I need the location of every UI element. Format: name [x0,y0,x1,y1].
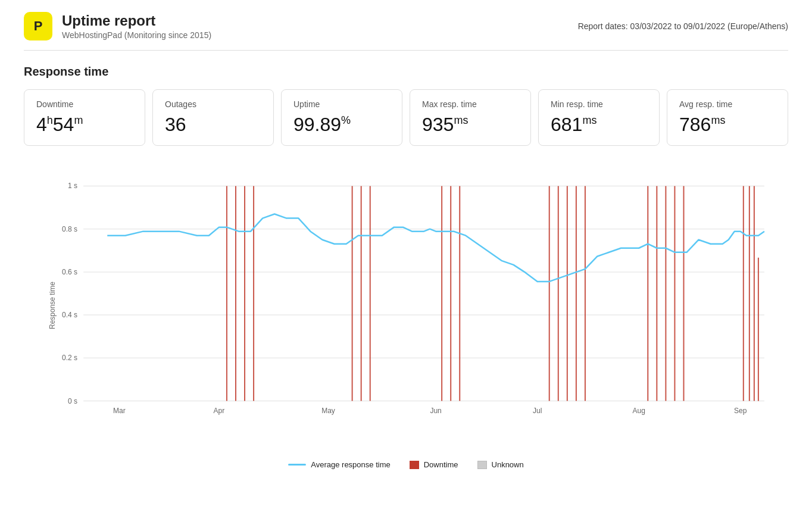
chart-svg: 1 s 0.8 s 0.6 s 0.4 s 0.2 s 0 s Mar Apr … [60,168,776,418]
header-text: Uptime report WebHostingPad (Monitoring … [62,13,211,40]
header: P Uptime report WebHostingPad (Monitorin… [24,12,788,51]
y-axis-label: Response time [48,282,57,329]
stat-avg-resp-label: Avg resp. time [679,99,776,109]
legend-unknown-label: Unknown [492,460,524,469]
legend-down-rect [410,461,419,469]
svg-text:0.4 s: 0.4 s [62,311,77,319]
svg-text:0 s: 0 s [68,397,77,405]
stat-max-resp-label: Max resp. time [422,99,519,109]
stat-uptime-label: Uptime [293,99,390,109]
svg-text:Aug: Aug [633,407,645,415]
legend-down-label: Downtime [424,460,458,469]
legend: Average response time Downtime Unknown [24,460,788,469]
stats-grid: Downtime 4h54m Outages 36 Uptime 99.89% … [24,89,788,146]
stat-downtime-value: 4h54m [36,114,133,136]
svg-text:Mar: Mar [113,407,126,415]
stat-uptime: Uptime 99.89% [281,89,402,146]
logo: P [24,12,52,40]
stat-min-resp: Min resp. time 681ms [538,89,660,146]
stat-uptime-value: 99.89% [293,114,390,136]
report-dates: Report dates: 03/03/2022 to 09/01/2022 (… [578,21,788,31]
legend-unknown: Unknown [477,460,524,469]
legend-avg-label: Average response time [311,460,390,469]
stat-outages: Outages 36 [152,89,274,146]
header-title: Uptime report [62,13,211,29]
header-left: P Uptime report WebHostingPad (Monitorin… [24,12,211,40]
stat-downtime: Downtime 4h54m [24,89,145,146]
svg-text:0.6 s: 0.6 s [62,268,77,276]
svg-text:Jul: Jul [533,407,542,415]
svg-text:1 s: 1 s [68,182,77,190]
svg-text:May: May [321,407,335,415]
legend-down: Downtime [410,460,458,469]
header-subtitle: WebHostingPad (Monitoring since 2015) [62,30,211,40]
svg-text:0.2 s: 0.2 s [62,354,77,362]
svg-text:0.8 s: 0.8 s [62,225,77,233]
svg-text:Sep: Sep [734,407,747,415]
legend-unknown-rect [477,461,487,469]
svg-text:Apr: Apr [214,407,225,415]
chart-container: Response time 1 s 0.8 s 0.6 s 0.4 s 0.2 … [24,163,788,448]
legend-avg: Average response time [288,460,390,469]
stat-avg-resp-value: 786ms [679,114,776,136]
stat-max-resp-value: 935ms [422,114,519,136]
stat-avg-resp: Avg resp. time 786ms [667,89,788,146]
stat-min-resp-label: Min resp. time [551,99,647,109]
stat-max-resp: Max resp. time 935ms [410,89,531,146]
section-title: Response time [24,65,788,79]
stat-outages-label: Outages [165,99,261,109]
svg-text:Jun: Jun [430,407,441,415]
stat-outages-value: 36 [165,114,261,136]
legend-avg-line [288,464,306,466]
stat-downtime-label: Downtime [36,99,133,109]
page-container: P Uptime report WebHostingPad (Monitorin… [0,0,812,481]
stat-min-resp-value: 681ms [551,114,647,136]
